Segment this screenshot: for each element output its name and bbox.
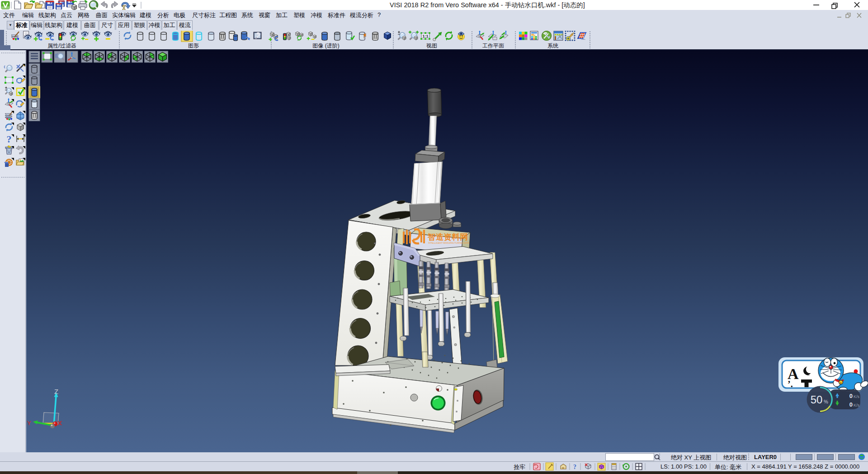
svg-text:0: 0 — [849, 401, 853, 408]
svg-text:K/s: K/s — [854, 394, 860, 399]
svg-text:Z: Z — [54, 388, 58, 395]
svg-text:Y: Y — [27, 420, 31, 427]
svg-text:50: 50 — [811, 393, 823, 406]
svg-text:%: % — [824, 399, 828, 404]
svg-text:’.: ’. — [788, 379, 793, 389]
svg-text:智造资料网: 智造资料网 — [427, 232, 468, 242]
svg-text:?: ? — [7, 133, 12, 145]
svg-text:K/s: K/s — [854, 403, 860, 408]
svg-text:0: 0 — [849, 393, 853, 399]
svg-text:INTELLIGENT MANUFACTURING DATA: INTELLIGENT MANUFACTURING DATA — [428, 242, 470, 244]
svg-text:1:1: 1:1 — [422, 34, 428, 38]
svg-text:?: ? — [573, 464, 576, 470]
